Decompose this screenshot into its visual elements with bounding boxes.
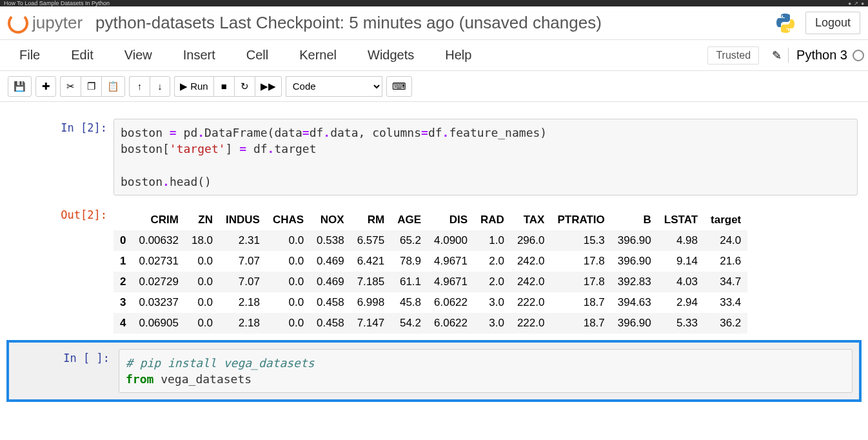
row-index: 4 (113, 313, 132, 334)
menu-kernel[interactable]: Kernel (284, 48, 352, 63)
plus-icon: ✚ (42, 81, 50, 92)
paste-icon: 📋 (107, 81, 119, 92)
table-cell: 0.0 (185, 292, 219, 313)
table-cell: 0.538 (310, 230, 351, 251)
column-header: CHAS (266, 210, 310, 230)
code-editor-active[interactable]: # pip install vega_datasets from vega_da… (119, 349, 853, 393)
add-cell-button[interactable]: ✚ (35, 76, 56, 97)
table-cell: 0.0 (266, 292, 310, 313)
copy-icon: ❐ (87, 81, 95, 92)
table-cell: 0.0 (266, 251, 310, 272)
table-cell: 9.14 (658, 251, 704, 272)
pencil-icon[interactable]: ✎ (765, 48, 788, 63)
table-cell: 0.0 (266, 272, 310, 292)
row-index: 0 (113, 230, 132, 251)
stop-button[interactable]: ■ (213, 76, 234, 97)
notebook-title[interactable]: python-datasets Last Checkpoint: 5 minut… (95, 13, 774, 33)
table-cell: 21.6 (704, 251, 747, 272)
table-row: 40.069050.02.180.00.4587.14754.26.06223.… (113, 313, 747, 334)
table-cell: 396.90 (611, 313, 658, 334)
cut-button[interactable]: ✂ (60, 76, 81, 97)
run-button[interactable]: ▶ Run (174, 76, 213, 97)
table-cell: 54.2 (391, 313, 428, 334)
table-cell: 296.0 (511, 230, 551, 251)
table-row: 20.027290.07.070.00.4697.18561.14.96712.… (113, 272, 747, 292)
move-up-button[interactable]: ↑ (129, 76, 150, 97)
fast-forward-icon: ▶▶ (261, 81, 276, 92)
table-cell: 0.458 (310, 313, 351, 334)
code-editor[interactable]: boston = pd.DataFrame(data=df.data, colu… (113, 119, 858, 195)
table-cell: 65.2 (391, 230, 428, 251)
kernel-indicator[interactable]: Python 3 (788, 48, 864, 63)
menubar: File Edit View Insert Cell Kernel Widget… (0, 40, 868, 71)
column-header: INDUS (219, 210, 266, 230)
close-window-icon[interactable]: ● (861, 1, 864, 6)
column-header: RAD (474, 210, 511, 230)
table-cell: 45.8 (391, 292, 428, 313)
play-icon: ▶ (180, 81, 188, 92)
save-button[interactable]: 💾 (8, 76, 32, 97)
notebook-area: In [2]: boston = pd.DataFrame(data=df.da… (0, 102, 868, 411)
menu-cell[interactable]: Cell (231, 48, 284, 63)
table-cell: 0.0 (185, 272, 219, 292)
table-cell: 6.0622 (428, 313, 474, 334)
table-row: 00.0063218.02.310.00.5386.57565.24.09001… (113, 230, 747, 251)
table-cell: 3.0 (474, 292, 511, 313)
table-cell: 0.469 (310, 272, 351, 292)
table-cell: 0.02731 (132, 251, 184, 272)
table-cell: 2.31 (219, 230, 266, 251)
table-cell: 2.18 (219, 292, 266, 313)
table-cell: 17.8 (551, 251, 611, 272)
column-header: LSTAT (658, 210, 704, 230)
table-row: 10.027310.07.070.00.4696.42178.94.96712.… (113, 251, 747, 272)
table-cell: 3.0 (474, 313, 511, 334)
tab-title: How To Load Sample Datasets In Python (4, 0, 110, 6)
kernel-status-icon (853, 50, 864, 61)
code-cell-2[interactable]: In [2]: boston = pd.DataFrame(data=df.da… (6, 115, 862, 199)
table-cell: 1.0 (474, 230, 511, 251)
table-cell: 7.185 (351, 272, 391, 292)
menu-edit[interactable]: Edit (55, 48, 108, 63)
browser-tab: How To Load Sample Datasets In Python ● … (0, 0, 868, 6)
browser-window-controls: ● ↗ ● (848, 1, 864, 6)
code-cell-active[interactable]: In [ ]: # pip install vega_datasets from… (6, 340, 862, 402)
restart-button[interactable]: ↻ (234, 76, 255, 97)
toolbar: 💾 ✚ ✂ ❐ 📋 ↑ ↓ ▶ Run ■ ↻ ▶▶ Code ⌨ (0, 71, 868, 102)
maximize-icon[interactable]: ↗ (854, 1, 858, 6)
table-cell: 18.7 (551, 292, 611, 313)
table-cell: 18.7 (551, 313, 611, 334)
logout-button[interactable]: Logout (805, 12, 860, 34)
trusted-indicator[interactable]: Trusted (707, 46, 759, 65)
table-cell: 0.0 (185, 251, 219, 272)
move-down-button[interactable]: ↓ (150, 76, 170, 97)
run-label: Run (190, 81, 208, 92)
table-cell: 15.3 (551, 230, 611, 251)
table-cell: 222.0 (511, 313, 551, 334)
row-index: 1 (113, 251, 132, 272)
keyboard-icon: ⌨ (392, 81, 406, 92)
in-prompt-empty: In [ ]: (13, 346, 116, 395)
cell-type-select[interactable]: Code (286, 76, 382, 97)
copy-button[interactable]: ❐ (81, 76, 101, 97)
table-cell: 0.0 (266, 313, 310, 334)
menu-insert[interactable]: Insert (168, 48, 231, 63)
menu-file[interactable]: File (4, 48, 55, 63)
row-index: 2 (113, 272, 132, 292)
table-cell: 7.07 (219, 272, 266, 292)
restart-run-all-button[interactable]: ▶▶ (255, 76, 282, 97)
table-cell: 396.90 (611, 230, 658, 251)
table-cell: 34.7 (704, 272, 747, 292)
table-cell: 242.0 (511, 272, 551, 292)
jupyter-logo[interactable]: jupyter (8, 13, 83, 34)
column-header: B (611, 210, 658, 230)
command-palette-button[interactable]: ⌨ (386, 76, 412, 97)
menu-view[interactable]: View (109, 48, 168, 63)
table-cell: 0.03237 (132, 292, 184, 313)
table-cell: 2.0 (474, 272, 511, 292)
menu-widgets[interactable]: Widgets (352, 48, 429, 63)
menu-help[interactable]: Help (429, 48, 487, 63)
output-cell-2: Out[2]: CRIMZNINDUSCHASNOXRMAGEDISRADTAX… (6, 202, 862, 337)
paste-button[interactable]: 📋 (101, 76, 125, 97)
minimize-icon[interactable]: ● (848, 1, 851, 6)
table-row: 30.032370.02.180.00.4586.99845.86.06223.… (113, 292, 747, 313)
